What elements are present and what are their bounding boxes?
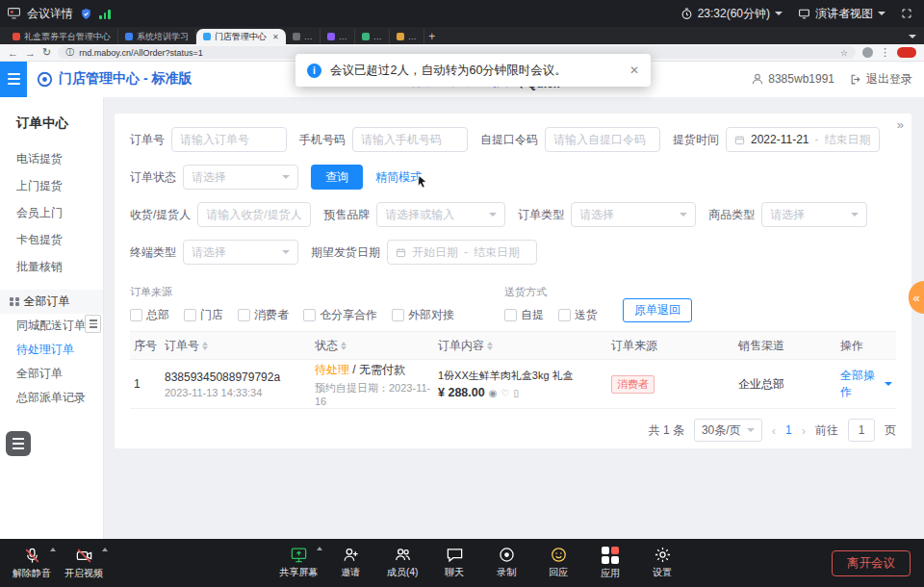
presale-brand-select[interactable]: 请选择或输入 (376, 202, 505, 227)
checkbox-icon[interactable] (504, 309, 517, 321)
meeting-detail-label[interactable]: 会议详情 (27, 6, 73, 22)
security-shield-icon[interactable] (80, 8, 92, 20)
checkbox-delivery[interactable]: 送货 (558, 307, 598, 323)
target-icon[interactable]: ◉ (489, 388, 498, 398)
sort-icon[interactable] (487, 342, 493, 350)
terminal-type-select[interactable]: 请选择 (183, 240, 298, 265)
order-status-select[interactable]: 请选择 (183, 165, 298, 190)
goto-page-input[interactable]: 1 (848, 419, 875, 442)
drag-handle[interactable] (85, 315, 101, 333)
simple-mode-link[interactable]: 精简模式 (375, 169, 422, 186)
expect-ship-date-range[interactable]: 开始日期 - 结束日期 (387, 240, 537, 265)
checkbox-icon[interactable] (392, 309, 404, 321)
all-actions-dropdown[interactable]: 全部操作 (840, 368, 892, 400)
user-account[interactable]: 8385wb1991 (751, 72, 834, 86)
unmute-button[interactable]: 解除静音 (6, 547, 58, 580)
settings-button[interactable]: 设置 (636, 546, 688, 580)
pickup-code-input[interactable]: 请输入自提口令码 (545, 127, 660, 152)
browser-tab[interactable]: … (390, 29, 424, 44)
toast-close-icon[interactable]: ✕ (629, 64, 639, 77)
goods-type-select[interactable]: 请选择 (761, 202, 867, 227)
share-screen-button[interactable]: 共享屏幕 (272, 546, 324, 580)
sort-icon[interactable] (202, 342, 208, 350)
search-button[interactable]: 查询 (311, 165, 363, 190)
pickup-date-range[interactable]: 2022-11-21 - 结束日期 (726, 127, 880, 152)
tab-favicon (327, 33, 335, 40)
phone-icon[interactable]: ▯ (513, 388, 519, 398)
current-page[interactable]: 1 (785, 423, 792, 437)
invite-icon (342, 546, 360, 564)
chevron-up-icon[interactable] (317, 547, 322, 550)
bookmark-star-icon[interactable]: ☆ (840, 48, 848, 58)
sort-icon[interactable] (341, 342, 346, 350)
tab-close-icon[interactable]: ✕ (272, 33, 279, 41)
logout-button[interactable]: 退出登录 (850, 71, 912, 88)
chat-button[interactable]: 聊天 (428, 546, 480, 580)
checkbox-external[interactable]: 外部对接 (392, 307, 454, 323)
sidebar-group-all-orders[interactable]: 全部订单 (0, 290, 103, 314)
forward-icon[interactable]: → (25, 47, 36, 59)
floating-list-button[interactable] (6, 431, 31, 456)
apps-button[interactable]: 应用 (584, 546, 636, 580)
sidebar-item-phone-pickup[interactable]: 电话提货 (0, 145, 103, 172)
heart-icon[interactable]: ♡ (500, 388, 509, 398)
checkbox-icon[interactable] (130, 309, 142, 321)
sidebar-item-door-pickup[interactable]: 上门提货 (0, 172, 103, 199)
app-title: 门店管理中心 - 标准版 (59, 70, 192, 88)
sidebar-item-batch-verify[interactable]: 批量核销 (0, 253, 103, 280)
sidebar-sub-hq-dispatch[interactable]: 总部派单记录 (0, 386, 103, 410)
return-order-button[interactable]: 原单退回 (623, 298, 692, 322)
sidebar-sub-all-orders[interactable]: 全部订单 (0, 362, 103, 386)
browser-update-badge[interactable] (897, 47, 916, 58)
members-button[interactable]: 成员(4) (376, 546, 428, 580)
invite-button[interactable]: 邀请 (324, 546, 376, 580)
sidebar-item-member-visit[interactable]: 会员上门 (0, 199, 103, 226)
sidebar-toggle-button[interactable] (0, 61, 27, 97)
order-no-input[interactable]: 请输入订单号 (171, 127, 287, 152)
tab-search-icon[interactable] (909, 29, 916, 44)
meeting-timer[interactable]: 23:32(60分钟) (680, 6, 783, 22)
brand-logo-icon (37, 71, 53, 88)
order-type-select[interactable]: 请选择 (571, 202, 696, 227)
browser-tab[interactable]: … (321, 29, 355, 44)
sidebar-item-card-pickup[interactable]: 卡包提货 (0, 226, 103, 253)
fullscreen-icon[interactable] (901, 8, 912, 19)
phone-label: 手机号码 (299, 132, 346, 148)
browser-profile-avatar[interactable] (862, 47, 873, 58)
leave-meeting-button[interactable]: 离开会议 (832, 550, 911, 576)
collapse-filters-icon[interactable]: » (897, 117, 902, 132)
reactions-button[interactable]: 回应 (532, 546, 584, 580)
pickup-date-note: 预约自提日期：2023-11-16 (315, 381, 438, 407)
checkbox-icon[interactable] (558, 309, 571, 321)
browser-tab[interactable]: 礼盒票券平台管理中心 (6, 29, 118, 44)
new-tab-button[interactable]: + (424, 29, 440, 44)
prev-page-icon[interactable]: ‹ (772, 423, 776, 438)
checkbox-icon[interactable] (303, 309, 316, 321)
page-size-select[interactable]: 30条/页 (694, 419, 762, 442)
checkbox-icon[interactable] (184, 309, 196, 321)
browser-tab[interactable]: … (355, 29, 390, 44)
checkbox-icon[interactable] (238, 309, 250, 321)
browser-tab-active[interactable]: 门店管理中心✕ (196, 29, 286, 44)
checkbox-consumer[interactable]: 消费者 (238, 307, 289, 323)
sidebar-sub-pending-orders[interactable]: 待处理订单 (0, 338, 103, 362)
site-info-icon[interactable]: ⓘ (65, 46, 74, 59)
browser-menu-icon[interactable]: ⋮ (880, 46, 890, 59)
browser-tab[interactable]: 系统培训学习 (118, 29, 196, 44)
chevron-up-icon[interactable] (50, 548, 56, 551)
back-icon[interactable]: ← (8, 47, 18, 59)
phone-input[interactable]: 请输入手机号码 (352, 127, 468, 152)
checkbox-self-pickup[interactable]: 自提 (504, 307, 544, 323)
view-mode-switcher[interactable]: 演讲者视图 (798, 6, 886, 22)
chevron-up-icon[interactable] (102, 548, 108, 551)
checkbox-hq[interactable]: 总部 (130, 307, 169, 323)
reload-icon[interactable]: ↻ (42, 46, 51, 59)
browser-tab[interactable]: … (286, 29, 321, 44)
status-badge: 待处理 (315, 363, 349, 376)
next-page-icon[interactable]: › (802, 423, 806, 438)
record-button[interactable]: 录制 (480, 546, 532, 580)
checkbox-warehouse-coop[interactable]: 仓分享合作 (303, 307, 377, 323)
receiver-input[interactable]: 请输入收货/提货人 (197, 202, 311, 227)
start-video-button[interactable]: 开启视频 (58, 547, 110, 580)
checkbox-store[interactable]: 门店 (184, 307, 223, 323)
